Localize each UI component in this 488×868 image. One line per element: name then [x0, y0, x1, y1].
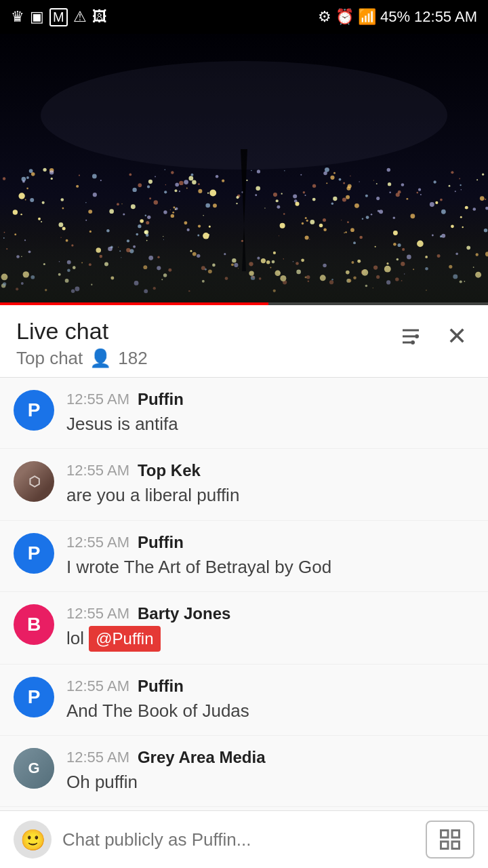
message-content: 12:55 AM Puffin Jesus is antifa: [66, 390, 474, 436]
svg-rect-6: [452, 831, 460, 838]
chat-message: P 12:55 AM Puffin I wrote The Art of Bet…: [0, 521, 488, 592]
chat-messages-list: P 12:55 AM Puffin Jesus is antifa ⬡ 12:5…: [0, 378, 488, 868]
image-icon: 🖼: [92, 8, 107, 26]
message-time: 12:55 AM: [66, 749, 129, 766]
message-text: I wrote The Art of Betrayal by God: [66, 555, 474, 579]
avatar: P: [14, 390, 54, 431]
send-button[interactable]: [426, 821, 474, 859]
message-author: Top Kek: [138, 461, 201, 480]
folder-icon: ▣: [30, 8, 44, 26]
chat-header-right: ✕: [396, 317, 472, 351]
viewer-count: 182: [118, 348, 147, 369]
chat-input[interactable]: [62, 829, 415, 850]
warning-icon: ⚠: [73, 8, 87, 26]
avatar: B: [14, 604, 54, 645]
time-display: 12:55 AM: [414, 8, 477, 26]
status-icons-right: ⚙ ⏰ 📶 45% 12:55 AM: [318, 8, 477, 26]
svg-rect-8: [452, 842, 460, 849]
top-chat-label[interactable]: Top chat: [16, 348, 83, 369]
battery-text: 45%: [380, 8, 410, 26]
status-bar: ♛ ▣ M ⚠ 🖼 ⚙ ⏰ 📶 45% 12:55 AM: [0, 0, 488, 34]
message-content: 12:55 AM Puffin I wrote The Art of Betra…: [66, 533, 474, 579]
alarm-icon: ⏰: [336, 8, 354, 26]
chat-message: ⬡ 12:55 AM Top Kek are you a liberal puf…: [0, 449, 488, 520]
chat-subtitle: Top chat 👤 182: [16, 348, 148, 369]
message-author: Barty Jones: [138, 604, 230, 623]
video-progress-fill: [0, 302, 268, 305]
chat-header: Live chat Top chat 👤 182 ✕: [0, 305, 488, 378]
emoji-button[interactable]: 🙂: [14, 821, 52, 859]
avatar: ⬡: [14, 461, 54, 502]
message-meta: 12:55 AM Grey Area Media: [66, 748, 474, 767]
message-meta: 12:55 AM Barty Jones: [66, 604, 474, 623]
video-player[interactable]: [0, 34, 488, 305]
chat-header-left: Live chat Top chat 👤 182: [16, 317, 148, 369]
message-author: Puffin: [138, 390, 184, 409]
message-text: And The Book of Judas: [66, 698, 474, 723]
avatar-inner: ⬡: [14, 461, 54, 502]
crown-icon: ♛: [11, 8, 24, 26]
message-text: are you a liberal puffin: [66, 483, 474, 507]
chat-message: P 12:55 AM Puffin And The Book of Judas: [0, 665, 488, 736]
avatar: P: [14, 533, 54, 574]
live-chat-container: Live chat Top chat 👤 182 ✕: [0, 305, 488, 868]
message-content: 12:55 AM Puffin And The Book of Judas: [66, 677, 474, 723]
message-text: Jesus is antifa: [66, 412, 474, 436]
video-progress-bar[interactable]: [0, 302, 488, 305]
message-text: Oh puffin: [66, 770, 474, 794]
chat-message: B 12:55 AM Barty Jones lol @Puffin: [0, 592, 488, 665]
chat-title: Live chat: [16, 317, 148, 345]
chat-message: G 12:55 AM Grey Area Media Oh puffin: [0, 736, 488, 807]
status-icons-left: ♛ ▣ M ⚠ 🖼: [11, 8, 107, 26]
svg-point-4: [411, 340, 415, 344]
avatar: G: [14, 748, 54, 789]
message-meta: 12:55 AM Puffin: [66, 677, 474, 696]
wifi-icon: 📶: [358, 8, 376, 26]
video-background: [0, 34, 488, 305]
svg-rect-5: [441, 831, 449, 838]
message-time: 12:55 AM: [66, 677, 129, 695]
bluetooth-icon: ⚙: [318, 8, 331, 26]
m-icon: M: [49, 8, 68, 26]
avatar: P: [14, 677, 54, 717]
message-time: 12:55 AM: [66, 391, 129, 408]
filter-button[interactable]: [396, 321, 426, 351]
message-author: Grey Area Media: [138, 748, 266, 767]
chat-input-area: 🙂: [0, 810, 488, 868]
message-time: 12:55 AM: [66, 462, 129, 479]
message-time: 12:55 AM: [66, 605, 129, 623]
message-meta: 12:55 AM Puffin: [66, 533, 474, 552]
svg-rect-7: [441, 842, 449, 849]
close-button[interactable]: ✕: [442, 321, 472, 351]
message-content: 12:55 AM Barty Jones lol @Puffin: [66, 604, 474, 652]
message-content: 12:55 AM Grey Area Media Oh puffin: [66, 748, 474, 794]
message-author: Puffin: [138, 533, 184, 552]
message-content: 12:55 AM Top Kek are you a liberal puffi…: [66, 461, 474, 507]
mention-tag[interactable]: @Puffin: [89, 626, 160, 652]
message-text: lol @Puffin: [66, 626, 474, 652]
svg-point-3: [415, 334, 419, 338]
message-meta: 12:55 AM Top Kek: [66, 461, 474, 480]
message-author: Puffin: [138, 677, 184, 696]
message-meta: 12:55 AM Puffin: [66, 390, 474, 409]
chat-message: P 12:55 AM Puffin Jesus is antifa: [0, 378, 488, 449]
people-icon: 👤: [89, 348, 111, 369]
message-time: 12:55 AM: [66, 534, 129, 551]
